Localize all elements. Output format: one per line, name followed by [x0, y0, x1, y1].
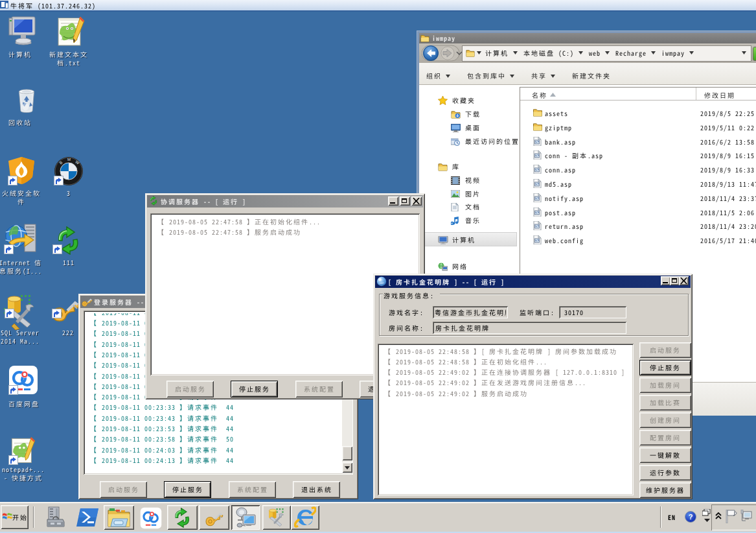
svg-text:M: M — [67, 158, 71, 161]
svg-text:?: ? — [689, 513, 693, 521]
